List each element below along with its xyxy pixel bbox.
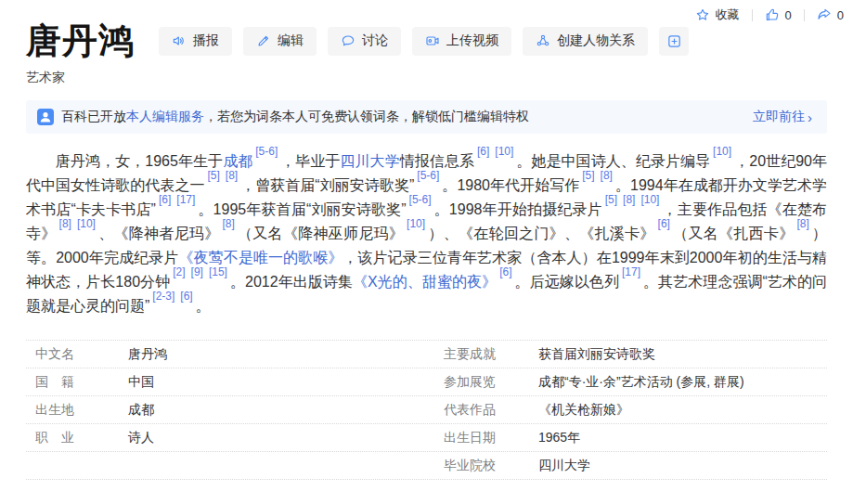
page-title: 唐丹鸿: [26, 20, 135, 61]
text-run: 。她是中国诗人、纪录片编导: [516, 153, 710, 169]
button-label: 讨论: [362, 32, 388, 49]
text-run: 情报信息系: [400, 153, 474, 169]
info-value: 成都“专·业·余”艺术活动 (参展, 群展): [538, 375, 827, 389]
claim-notice-banner: 百科已开放本人编辑服务，若您为词条本人可免费认领词条，解锁低门槛编辑特权 立即前…: [26, 100, 827, 134]
text-run: （又名《降神巫师尼玛》: [238, 226, 404, 241]
text-run: ，毕业于: [280, 153, 340, 169]
thumbs-up-icon: [765, 7, 780, 22]
add-button[interactable]: [659, 27, 689, 56]
reference-link[interactable]: [5]: [207, 169, 219, 182]
reference-link[interactable]: [8]: [796, 217, 808, 230]
reference-link[interactable]: [5]: [605, 193, 617, 206]
reference-link[interactable]: [5-6]: [417, 169, 439, 182]
text-run: 。后远嫁以色列: [515, 274, 619, 290]
create-relation-button[interactable]: 创建人物关系: [523, 27, 648, 56]
star-icon: [695, 7, 710, 22]
reference-link[interactable]: [6]: [159, 193, 171, 206]
info-value: 成都: [128, 403, 434, 417]
info-label: 参加展览: [444, 375, 538, 389]
reference-link[interactable]: [10]: [77, 217, 96, 230]
reference-link[interactable]: [15]: [209, 265, 227, 278]
upload-video-button[interactable]: 上传视频: [412, 27, 511, 56]
entry-subtitle: 艺术家: [26, 70, 827, 86]
info-value: 1965年: [538, 431, 827, 445]
info-row: 国 籍中国参加展览成都“专·业·余”艺术活动 (参展, 群展): [26, 368, 827, 396]
relation-icon: [536, 33, 550, 48]
reference-link[interactable]: [8]: [601, 169, 613, 182]
reference-link[interactable]: [6]: [499, 265, 511, 278]
text-run: 、《降神者尼玛》: [98, 226, 220, 241]
self-edit-service-link[interactable]: 本人编辑服务: [126, 109, 204, 123]
reference-link[interactable]: [8]: [623, 193, 635, 206]
like-count: 0: [785, 8, 792, 22]
reference-link[interactable]: [6]: [180, 290, 192, 303]
info-value: 四川大学: [538, 459, 827, 472]
reference-link[interactable]: [6]: [658, 217, 670, 230]
text-run: （又名《扎西卡》: [673, 226, 795, 241]
notice-text-after: ，若您为词条本人可免费认领词条，解锁低门槛编辑特权: [204, 109, 529, 123]
share-button[interactable]: 0: [817, 7, 844, 22]
favorite-button[interactable]: 收藏: [695, 6, 740, 23]
info-label: 主要成就: [444, 347, 538, 361]
reference-link[interactable]: [5-6]: [255, 145, 278, 158]
info-label: 出生地: [35, 403, 128, 417]
share-count: 0: [837, 8, 844, 22]
speaker-icon: [172, 33, 187, 48]
reference-link[interactable]: [9]: [191, 265, 203, 278]
reference-link[interactable]: [8]: [226, 169, 238, 182]
entity-link[interactable]: 《X光的、甜蜜的夜》: [353, 274, 497, 290]
entity-link[interactable]: 成都: [223, 153, 252, 169]
info-value: 唐丹鸿: [128, 347, 434, 361]
info-value: 诗人: [128, 431, 434, 445]
info-row: 中文名唐丹鸿主要成就获首届刘丽安诗歌奖: [26, 341, 827, 368]
reference-link[interactable]: [17]: [176, 193, 195, 206]
reference-link[interactable]: [8]: [59, 217, 71, 230]
reference-link[interactable]: [10]: [640, 193, 659, 206]
text-run: 。1980年代开始写作: [442, 177, 579, 193]
text-run: 。1998年开始拍摄纪录片: [434, 201, 602, 217]
baike-entry-page: 收藏 0 0 唐丹鸿: [0, 0, 853, 504]
discuss-button[interactable]: 讨论: [328, 27, 401, 56]
reference-link[interactable]: [5]: [582, 169, 594, 182]
divider: [804, 9, 805, 21]
plus-icon: [666, 33, 682, 49]
info-label: 毕业院校: [444, 459, 538, 472]
broadcast-button[interactable]: 播报: [159, 27, 232, 56]
entity-link[interactable]: 《夜莺不是唯一的歌喉》: [178, 250, 342, 265]
like-button[interactable]: 0: [765, 7, 792, 22]
info-row: 出生地成都代表作品《机关枪新娘》: [26, 396, 827, 424]
reference-link[interactable]: [2]: [173, 265, 185, 278]
button-label: 创建人物关系: [557, 32, 635, 49]
notice-text: 百科已开放本人编辑服务，若您为词条本人可免费认领词条，解锁低门槛编辑特权: [61, 109, 529, 125]
go-now-link[interactable]: 立即前往 ›: [753, 109, 812, 125]
reference-link[interactable]: [17]: [622, 265, 640, 278]
text-run: 。1995年获首届“刘丽安诗歌奖”: [198, 201, 406, 217]
info-value: 中国: [128, 375, 434, 389]
reference-link[interactable]: [10]: [407, 217, 425, 230]
video-icon: [425, 33, 440, 48]
pencil-icon: [256, 33, 271, 48]
info-label: 代表作品: [444, 403, 538, 417]
info-row: 职 业诗人出生日期1965年: [26, 424, 827, 452]
edit-button[interactable]: 编辑: [243, 27, 317, 56]
info-label: 出生日期: [444, 431, 538, 445]
user-avatar-icon: [37, 109, 54, 125]
button-label: 上传视频: [446, 32, 498, 49]
top-action-bar: 收藏 0 0: [695, 6, 844, 23]
reference-link[interactable]: [8]: [222, 217, 234, 230]
reference-link[interactable]: [6]: [477, 145, 489, 158]
basic-info-table: 中文名唐丹鸿主要成就获首届刘丽安诗歌奖国 籍中国参加展览成都“专·业·余”艺术活…: [26, 340, 827, 480]
comment-icon: [341, 33, 355, 48]
info-value: 《机关枪新娘》: [538, 403, 827, 417]
info-value: 获首届刘丽安诗歌奖: [538, 347, 827, 361]
text-run: 唐丹鸿，女，1965年生于: [56, 153, 223, 169]
go-now-label: 立即前往: [753, 109, 805, 125]
reference-link[interactable]: [5-6]: [409, 193, 432, 206]
divider: [752, 9, 753, 21]
entity-link[interactable]: 四川大学: [341, 153, 400, 169]
title-buttons: 播报 编辑: [159, 27, 689, 56]
info-label: 国 籍: [35, 375, 128, 389]
reference-link[interactable]: [2-3]: [152, 290, 174, 303]
reference-link[interactable]: [10]: [713, 145, 731, 158]
reference-link[interactable]: [10]: [495, 145, 513, 158]
